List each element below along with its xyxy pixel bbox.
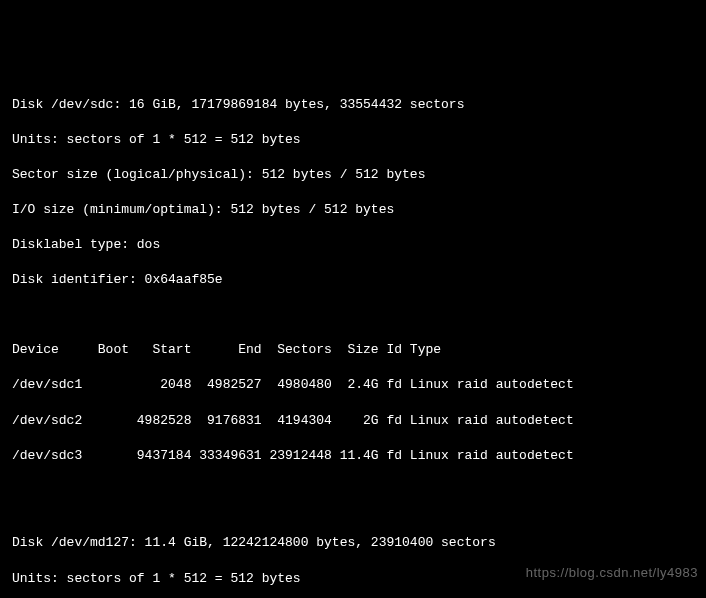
disk-header: Disk /dev/md127: 11.4 GiB, 12242124800 b… xyxy=(12,534,694,552)
disk-header: Disk /dev/sdc: 16 GiB, 17179869184 bytes… xyxy=(12,96,694,114)
partition-row: /dev/sdc1 2048 4982527 4980480 2.4G fd L… xyxy=(12,376,694,394)
disk-io: I/O size (minimum/optimal): 512 bytes / … xyxy=(12,201,694,219)
partition-table-header: Device Boot Start End Sectors Size Id Ty… xyxy=(12,341,694,359)
partition-row: /dev/sdc3 9437184 33349631 23912448 11.4… xyxy=(12,447,694,465)
disk-disklabel: Disklabel type: dos xyxy=(12,236,694,254)
watermark: https://blog.csdn.net/ly4983 xyxy=(526,564,698,582)
disk-units: Units: sectors of 1 * 512 = 512 bytes xyxy=(12,131,694,149)
disk-identifier: Disk identifier: 0x64aaf85e xyxy=(12,271,694,289)
disk-sector: Sector size (logical/physical): 512 byte… xyxy=(12,166,694,184)
terminal-output: Disk /dev/sdc: 16 GiB, 17179869184 bytes… xyxy=(12,78,694,598)
partition-row: /dev/sdc2 4982528 9176831 4194304 2G fd … xyxy=(12,412,694,430)
